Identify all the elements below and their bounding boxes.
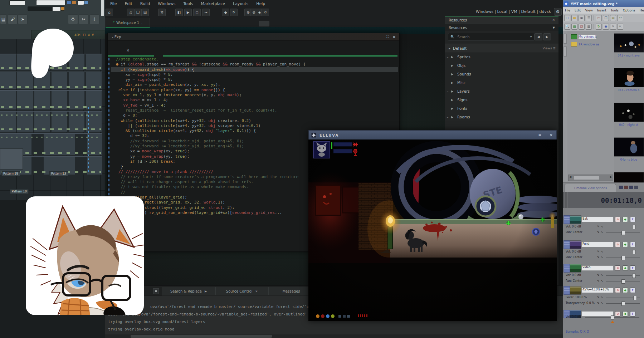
vx-dock-strip[interactable] <box>563 31 568 182</box>
menu-help[interactable]: Help <box>252 1 269 7</box>
scroll-left-icon[interactable]: ◀ <box>569 175 571 178</box>
fl-metronome-icon[interactable] <box>67 1 71 4</box>
save-icon[interactable]: ▣ <box>579 15 585 21</box>
drag-grip[interactable] <box>564 240 570 249</box>
tree-item-layers[interactable]: –▶Layers <box>445 87 558 95</box>
drag-grip[interactable] <box>563 192 568 209</box>
pen-icon[interactable]: ✎ <box>597 256 600 259</box>
param-slider[interactable] <box>606 275 640 276</box>
solo-icon[interactable]: ◆ <box>623 242 628 247</box>
search-input[interactable] <box>457 35 501 39</box>
tree-item-fonts[interactable]: ▶Fonts <box>445 104 558 112</box>
close-icon[interactable]: ✕ <box>550 133 553 138</box>
fx-icon[interactable]: ⬆ <box>630 265 635 271</box>
vx-menu-help[interactable]: Help <box>638 9 644 12</box>
fl-slice-button[interactable]: ✂ <box>79 14 89 24</box>
prev-button[interactable]: ◀ <box>535 33 542 40</box>
pen-icon[interactable]: ✎ <box>597 279 600 283</box>
chevron-right-icon[interactable]: ▶ <box>450 64 454 67</box>
game-titlebar[interactable]: ELLUVA ≡ ✕ <box>308 130 557 140</box>
menu-windows[interactable]: Windows <box>154 1 179 7</box>
chevron-down-icon[interactable]: ▼ <box>530 35 532 38</box>
paste-icon[interactable]: ▤ <box>141 9 149 16</box>
solo-icon[interactable]: ◆ <box>623 217 628 222</box>
sync-icon[interactable]: ↻ <box>596 24 602 30</box>
envelope-icon[interactable]: ∿ <box>601 302 603 305</box>
code-line[interactable]: ● if (global.stage == rm_forest && !cuts… <box>111 62 398 67</box>
close-icon[interactable]: ✕ <box>126 48 130 53</box>
refresh-icon[interactable]: ↻ <box>230 9 238 16</box>
scrollbar-thumb[interactable] <box>574 176 599 180</box>
fl-clip-row[interactable] <box>0 111 102 132</box>
grid-icon[interactable]: ▦ <box>586 24 592 30</box>
code-line[interactable]: else if (instance_place(xx, yy) == noone… <box>111 88 398 93</box>
fl-monitor-icon[interactable] <box>84 1 88 4</box>
envelope-icon[interactable]: ∿ <box>601 274 603 277</box>
vx-menu-options[interactable]: Options <box>621 9 638 12</box>
slider-handle[interactable] <box>633 296 637 300</box>
mute-icon[interactable]: ⊘ <box>615 242 620 247</box>
run-icon[interactable]: ▶ <box>184 9 192 16</box>
clap-icon[interactable]: ◲ <box>579 24 585 30</box>
gm-workspace-tab[interactable]: ⌜ Workspace 1 ⌟ <box>106 18 150 28</box>
chevron-right-icon[interactable]: ▶ <box>450 73 454 76</box>
close-icon[interactable]: ✕ <box>552 18 555 22</box>
menu-tools[interactable]: Tools <box>179 1 197 7</box>
mute-icon[interactable]: ⊘ <box>615 265 620 271</box>
mute-icon[interactable]: ⊘ <box>615 217 620 222</box>
envelope-icon[interactable]: ∿ <box>601 256 603 259</box>
slider-handle[interactable] <box>611 315 614 320</box>
fl-clip-label[interactable]: Pattern 13 <box>49 171 68 176</box>
fl-cycle-button[interactable]: ♻ <box>68 14 78 24</box>
home-icon[interactable]: ⌂ <box>106 9 113 16</box>
pen-icon[interactable]: ✎ <box>597 225 600 228</box>
master-slider[interactable] <box>585 317 639 318</box>
code-line[interactable]: while (collision_circle(xx+4, yy+32, obj… <box>111 118 398 123</box>
code-line[interactable]: yy_fwd = yy_1 - 4; <box>111 103 398 108</box>
vx-menu-tools[interactable]: Tools <box>609 9 621 12</box>
panel-section-header[interactable]: Resources ▼ <box>445 24 558 31</box>
param-slider[interactable] <box>606 252 640 252</box>
tree-item-sounds[interactable]: ▶Sounds <box>445 70 558 78</box>
tree-item-sprites[interactable]: –▶Sprites <box>445 53 558 61</box>
zoom-reset-icon[interactable]: ↺ <box>262 9 269 16</box>
menu-build[interactable]: Build <box>136 1 154 7</box>
clean-icon[interactable]: ⚒ <box>158 9 166 16</box>
marker-icon[interactable] <box>611 320 614 323</box>
pen-icon[interactable]: ✎ <box>597 231 600 234</box>
cut-icon[interactable]: ✂ <box>596 15 602 21</box>
gm-target-bar[interactable]: Windows | Local | VM | Default | ddvsk <box>462 9 551 14</box>
mute-icon[interactable]: ⊘ <box>615 288 620 293</box>
fl-clip-label[interactable]: Pattern 10 <box>10 189 29 194</box>
vx-tree-item[interactable]: Ms videos 4 <box>571 34 596 39</box>
stop-icon[interactable]: ◻ <box>193 9 201 16</box>
snap-icon[interactable]: ⇱ <box>617 24 623 30</box>
chevron-right-icon[interactable]: ▪ <box>447 47 452 50</box>
stop-icon[interactable]: ■ <box>153 288 159 294</box>
vx-menu-file[interactable]: File <box>563 9 572 12</box>
game-viewport[interactable]: STE <box>308 139 557 321</box>
chevron-right-icon[interactable]: ▶ <box>450 81 454 84</box>
slider-handle[interactable] <box>621 302 625 306</box>
chevron-down-icon[interactable]: ▼ <box>553 26 555 29</box>
scroll-right-icon[interactable]: ▶ <box>610 175 612 178</box>
vx-menu-insert[interactable]: Insert <box>595 9 609 12</box>
fl-clip-label[interactable]: Pattern 18 <box>1 171 20 176</box>
vx-timecode[interactable]: 00:01:18,0 <box>601 196 642 204</box>
chevron-right-icon[interactable]: ▶ <box>450 107 454 110</box>
code-line[interactable]: xx_base = xx_1 + 4; <box>111 98 398 103</box>
code-line[interactable]: reset_distance = listener_reset_dist for… <box>111 108 398 113</box>
menu-marketplace[interactable]: Marketplace <box>197 1 229 7</box>
tab-affix-icon[interactable]: ✕ <box>255 290 258 293</box>
paste-icon[interactable]: ▤ <box>610 15 616 21</box>
properties-icon[interactable]: ☰ <box>586 15 592 21</box>
code-line[interactable]: if (keyboard_check(vk_space)) { <box>111 67 398 72</box>
vx-menu-view[interactable]: View <box>583 9 595 12</box>
next-button[interactable]: ▶ <box>543 33 551 40</box>
code-line[interactable]: //step condensate. <box>111 57 398 62</box>
open-icon[interactable]: ▦ <box>571 15 577 21</box>
media-thumbnail[interactable] <box>614 68 644 87</box>
envelope-icon[interactable]: ∿ <box>601 250 603 253</box>
fl-loop-icon[interactable] <box>61 7 64 10</box>
solo-icon[interactable]: ◆ <box>623 288 628 293</box>
